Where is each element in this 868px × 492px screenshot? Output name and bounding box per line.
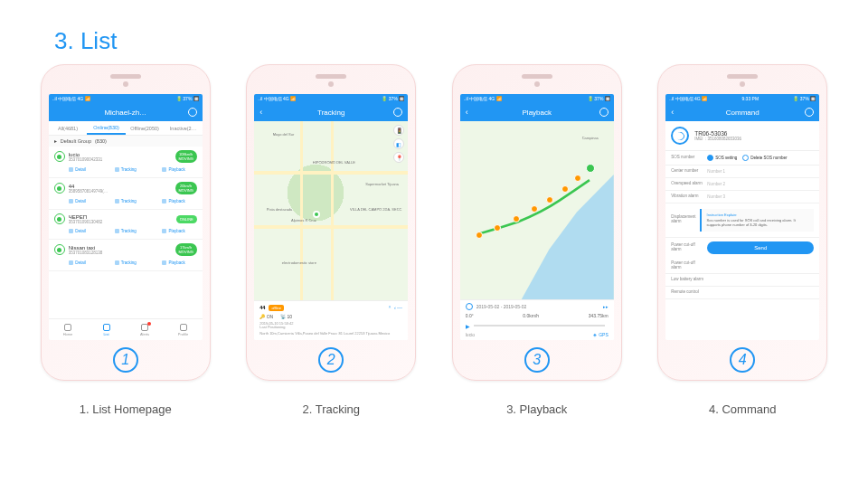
history-icon[interactable]	[805, 108, 814, 117]
map[interactable]: Mayo del Sur HIPODROMO DEL VALLE Pista d…	[254, 121, 408, 300]
map-label: electrodomestic store	[282, 260, 316, 265]
action-tracking[interactable]: Tracking	[102, 227, 148, 235]
target-icon[interactable]	[393, 108, 402, 117]
nav-alerts[interactable]: Alerts	[126, 319, 165, 340]
app-header: Michael-zh…	[49, 103, 203, 121]
route-pin[interactable]	[561, 185, 569, 193]
map[interactable]: Campinas	[460, 121, 614, 299]
status-right: 🔋 37% 🔲	[176, 96, 199, 101]
map-label: Campinas	[582, 136, 599, 140]
device-row[interactable]: Nissan taxi 353701083128138 17km/hMOVING…	[49, 240, 203, 271]
device-row[interactable]: 44 358958708149749(… 20km/hMOVING Detail…	[49, 178, 203, 210]
options-icon[interactable]	[599, 108, 609, 117]
device-id: 353701090042331	[69, 157, 172, 162]
command-label: Remote control	[671, 290, 703, 295]
command-label: Power cut-off alarm	[671, 243, 703, 252]
map-label: Mayo del Sur	[273, 132, 295, 137]
action-detail[interactable]: Detail	[54, 259, 100, 267]
command-row[interactable]: SOS numberSOS settingDelete SOS number	[665, 151, 819, 166]
device-imei: IMEI：351608082653036	[694, 137, 741, 141]
vehicle-pin[interactable]	[313, 211, 320, 218]
back-icon[interactable]: ‹	[671, 108, 674, 117]
radio-group[interactable]: SOS settingDelete SOS number	[707, 155, 787, 161]
alert-dot	[147, 322, 151, 326]
input-placeholder[interactable]: Number 2	[707, 182, 814, 186]
play-icon[interactable]: ▶	[466, 323, 470, 329]
nav-profile[interactable]: Profile	[164, 319, 203, 340]
command-label: Low battery alarm	[671, 278, 703, 282]
speed-icon[interactable]: ▸▸	[603, 304, 609, 309]
radio-option[interactable]: SOS setting	[707, 155, 737, 161]
command-row[interactable]: Remote control	[665, 287, 819, 299]
tab-inactive[interactable]: Inactive(2…	[164, 121, 203, 135]
send-button[interactable]: Send	[707, 241, 814, 254]
action-tracking[interactable]: Tracking	[102, 166, 148, 174]
action-playback[interactable]: Playback	[150, 259, 196, 267]
tab-offline[interactable]: Offline(2050)	[126, 121, 165, 135]
layers-icon[interactable]: 📍	[393, 152, 404, 163]
route-pin[interactable]	[531, 205, 538, 213]
status-bar: ..il 中国电信 4G 📶 🔋 37% 🔲	[49, 94, 203, 103]
phone-4: ..il 中国电信 4G 📶9:33 PM🔋 37% 🔲 ‹ Command T…	[657, 64, 827, 416]
timestamp-label: Last Positioning	[259, 325, 285, 329]
header-right-icon[interactable]	[188, 108, 197, 117]
command-row[interactable]: Power cut-off alarm	[665, 258, 819, 275]
action-tracking[interactable]: Tracking	[102, 197, 148, 205]
home-button[interactable]: 3	[524, 347, 550, 373]
tab-online[interactable]: Online(830)	[87, 121, 126, 135]
route-pin[interactable]	[476, 232, 483, 239]
input-placeholder[interactable]: Number 1	[707, 169, 814, 174]
caption: 4. Command	[709, 402, 776, 416]
home-button[interactable]: 2	[318, 347, 344, 373]
streetview-icon[interactable]: ◧	[393, 138, 404, 149]
app-header: ‹ Playback	[460, 103, 614, 121]
action-detail[interactable]: Detail	[54, 197, 100, 205]
command-label: Vibration alarm	[671, 194, 703, 199]
command-row[interactable]: Displacement alarm Instruction Explain:S…	[665, 203, 819, 238]
device-row[interactable]: ЧЕРЕП 353701090130482 ONLINE DetailTrack…	[49, 210, 203, 240]
header-title: Command	[726, 109, 760, 117]
traffic-icon[interactable]: 🚦	[393, 125, 404, 136]
command-row[interactable]: Overspeed alarmNumber 2	[665, 178, 819, 191]
action-tracking[interactable]: Tracking	[102, 259, 148, 267]
caption: 1. List Homepage	[80, 402, 172, 416]
map-label: Pista destacada	[267, 207, 292, 212]
status-bar: ..il 中国电信 4G 📶🔋 37% 🔲	[254, 94, 408, 103]
progress[interactable]: ▶	[466, 321, 609, 330]
input-placeholder[interactable]: Number 3	[707, 194, 814, 199]
route-pin[interactable]	[546, 196, 553, 203]
device-id: 353701090130482	[69, 220, 173, 224]
radio-option[interactable]: Delete SOS number	[742, 155, 787, 161]
share-icons[interactable]: ＾ ‹ ⋯	[387, 305, 402, 311]
group-header[interactable]: ▸ Default Group (830)	[49, 136, 203, 147]
action-playback[interactable]: Playback	[150, 227, 196, 235]
action-playback[interactable]: Playback	[150, 166, 196, 174]
date-range: 2019-05-02 - 2019-05-02	[476, 304, 527, 309]
home-button[interactable]: 1	[113, 347, 138, 373]
action-detail[interactable]: Detail	[54, 227, 100, 235]
tab-all[interactable]: All(4681)	[49, 121, 88, 135]
device-name: lucio	[466, 332, 475, 337]
action-detail[interactable]: Detail	[54, 166, 100, 174]
calendar-icon[interactable]	[466, 303, 473, 310]
command-row[interactable]: Vibration alarmNumber 3	[665, 191, 819, 203]
command-label: SOS number	[671, 156, 703, 160]
back-icon[interactable]: ‹	[259, 108, 262, 117]
device-name: TR06-53036	[694, 130, 741, 137]
phone-2: ..il 中国电信 4G 📶🔋 37% 🔲 ‹ Tracking Mayo de…	[246, 64, 416, 416]
gps-icon: ◈	[593, 332, 597, 337]
device-row[interactable]: lucio 353701090042331 108km/hMOVING Deta…	[49, 147, 203, 178]
caption: 3. Playback	[506, 402, 567, 416]
nav-home[interactable]: Home	[49, 319, 88, 340]
gps-toggle[interactable]: ◈GPS	[593, 332, 609, 337]
route-pin[interactable]	[513, 215, 520, 222]
command-row[interactable]: Center numberNumber 1	[665, 166, 819, 178]
home-button[interactable]: 4	[730, 347, 755, 373]
command-row[interactable]: Low battery alarm	[665, 274, 819, 287]
device-header: TR06-53036 IMEI：351608082653036	[665, 121, 819, 151]
route-pin[interactable]	[574, 175, 581, 182]
action-playback[interactable]: Playback	[150, 197, 196, 205]
back-icon[interactable]: ‹	[466, 108, 468, 117]
device-id: 358958708149749(…	[69, 189, 172, 194]
nav-list[interactable]: List	[87, 319, 126, 340]
